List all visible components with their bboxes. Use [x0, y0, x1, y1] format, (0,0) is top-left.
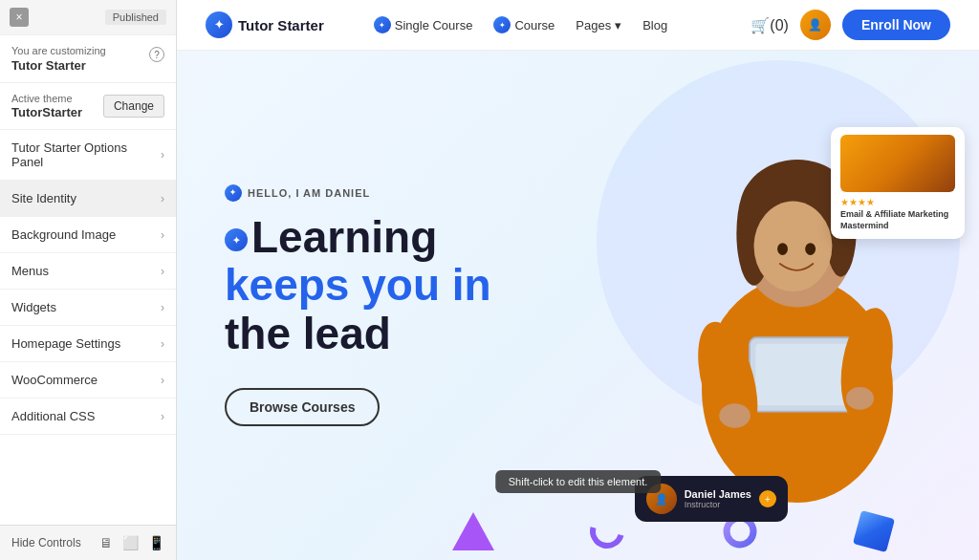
published-badge: Published: [105, 10, 166, 25]
enroll-now-button[interactable]: Enroll Now: [842, 10, 950, 40]
svg-rect-9: [755, 344, 847, 406]
customizing-label: You are customizing: [11, 45, 106, 56]
menu-item-label: Site Identity: [11, 191, 76, 205]
shape-cube: [850, 507, 898, 555]
instructor-name: Daniel James: [685, 488, 751, 500]
hero-subtitle: ✦ HELLO, I AM DANIEL: [225, 184, 491, 202]
preview-area: ✦ Tutor Starter ✦ Single Course ✦ Course…: [177, 0, 979, 560]
customizer-panel: × Published You are customizing Tutor St…: [0, 0, 177, 560]
svg-point-12: [719, 403, 751, 427]
browse-courses-button[interactable]: Browse Courses: [225, 388, 380, 426]
nav-links: ✦ Single Course ✦ Course Pages ▾ Blog: [366, 12, 675, 37]
menu-item-label: Widgets: [11, 300, 56, 314]
cart-count: (0): [770, 17, 789, 33]
instructor-badge-icon: +: [759, 490, 776, 507]
close-button[interactable]: ×: [10, 8, 29, 27]
panel-footer: Hide Controls 🖥 ⬜ 📱: [0, 525, 176, 560]
desktop-icon[interactable]: 🖥: [99, 535, 113, 550]
theme-name: TutorStarter: [11, 105, 82, 119]
menu-item-label: Homepage Settings: [11, 336, 120, 351]
customizing-name: Tutor Starter: [11, 58, 106, 73]
svg-point-6: [777, 243, 788, 255]
avatar[interactable]: 👤: [800, 10, 831, 40]
site-logo[interactable]: ✦ Tutor Starter: [206, 11, 324, 38]
menu-item-background-image[interactable]: Background Image ›: [0, 217, 176, 253]
shape-hook: [583, 507, 631, 555]
hero-subtitle-text: HELLO, I AM DANIEL: [248, 187, 370, 199]
menu-item-label: WooCommerce: [11, 373, 98, 387]
nav-right: 🛒(0) 👤 Enroll Now: [751, 10, 950, 40]
device-icons: 🖥 ⬜ 📱: [99, 535, 164, 550]
instructor-info: Daniel James Instructor: [685, 488, 751, 509]
nav-link-icon: ✦: [493, 16, 511, 33]
cart-icon[interactable]: 🛒(0): [751, 16, 789, 34]
logo-text: Tutor Starter: [238, 17, 324, 33]
panel-header: × Published: [0, 0, 176, 35]
nav-link-pages[interactable]: Pages ▾: [568, 14, 629, 36]
chevron-right-icon: ›: [161, 265, 164, 278]
menu-item-homepage-settings[interactable]: Homepage Settings ›: [0, 326, 176, 362]
tablet-icon[interactable]: ⬜: [122, 535, 139, 550]
menu-item-label: Background Image: [11, 227, 116, 242]
customizer-menu: Tutor Starter Options Panel › Site Ident…: [0, 130, 176, 525]
nav-link-label: Blog: [642, 18, 667, 32]
hero-subtitle-icon: ✦: [225, 184, 242, 202]
theme-section: Active theme TutorStarter Change: [0, 83, 176, 130]
course-card-stars: ★★★★: [840, 197, 955, 207]
chevron-right-icon: ›: [161, 301, 164, 314]
menu-item-tutor-options[interactable]: Tutor Starter Options Panel ›: [0, 130, 176, 181]
logo-icon: ✦: [206, 11, 232, 38]
nav-link-label: Pages: [576, 18, 611, 32]
nav-link-label: Single Course: [395, 18, 473, 32]
instructor-role: Instructor: [685, 500, 751, 509]
menu-item-menus[interactable]: Menus ›: [0, 253, 176, 290]
hero-content: ✦ HELLO, I AM DANIEL ✦Learning keeps you…: [177, 156, 539, 456]
hero-title-line2: keeps you in: [225, 261, 491, 310]
menu-item-label: Tutor Starter Options Panel: [11, 140, 161, 169]
menu-item-label: Additional CSS: [11, 409, 95, 423]
nav-link-icon: ✦: [374, 16, 391, 33]
chevron-right-icon: ›: [161, 374, 164, 387]
course-card-title: Email & Affiliate Marketing Mastermind: [840, 209, 955, 231]
course-card-image: [840, 135, 955, 192]
svg-point-5: [754, 202, 833, 292]
change-theme-button[interactable]: Change: [103, 95, 164, 118]
chevron-right-icon: ›: [161, 228, 164, 242]
chevron-right-icon: ›: [161, 410, 164, 423]
svg-point-7: [805, 243, 816, 255]
site-navbar: ✦ Tutor Starter ✦ Single Course ✦ Course…: [177, 0, 979, 51]
hero-title-line1: Learning: [251, 212, 437, 262]
hero-title-icon: ✦: [225, 228, 248, 251]
nav-link-single-course[interactable]: ✦ Single Course: [366, 12, 481, 37]
svg-point-14: [727, 518, 753, 545]
menu-item-site-identity[interactable]: Site Identity ›: [0, 181, 176, 217]
svg-point-13: [846, 387, 874, 410]
nav-link-blog[interactable]: Blog: [635, 14, 675, 36]
dropdown-icon: ▾: [615, 18, 621, 32]
edit-tooltip: Shift-click to edit this element.: [495, 470, 662, 493]
menu-item-additional-css[interactable]: Additional CSS ›: [0, 398, 176, 435]
menu-item-label: Menus: [11, 264, 49, 278]
menu-item-woocommerce[interactable]: WooCommerce ›: [0, 362, 176, 398]
course-card: ★★★★ Email & Affiliate Marketing Masterm…: [831, 127, 965, 239]
customizing-section: You are customizing Tutor Starter ?: [0, 35, 176, 83]
chevron-right-icon: ›: [161, 148, 164, 162]
chevron-right-icon: ›: [161, 192, 164, 205]
shape-triangle: [449, 507, 497, 555]
nav-link-course[interactable]: ✦ Course: [486, 12, 562, 37]
hero-section: ✦ HELLO, I AM DANIEL ✦Learning keeps you…: [177, 51, 979, 560]
mobile-icon[interactable]: 📱: [148, 535, 164, 550]
help-icon[interactable]: ?: [149, 47, 164, 62]
nav-link-label: Course: [514, 18, 555, 32]
menu-item-widgets[interactable]: Widgets ›: [0, 290, 176, 326]
theme-label: Active theme: [11, 93, 82, 104]
hide-controls-button[interactable]: Hide Controls: [11, 536, 81, 549]
hero-title: ✦Learning keeps you in the lead: [225, 213, 491, 358]
chevron-right-icon: ›: [161, 337, 164, 351]
hero-title-line3: the lead: [225, 310, 491, 358]
